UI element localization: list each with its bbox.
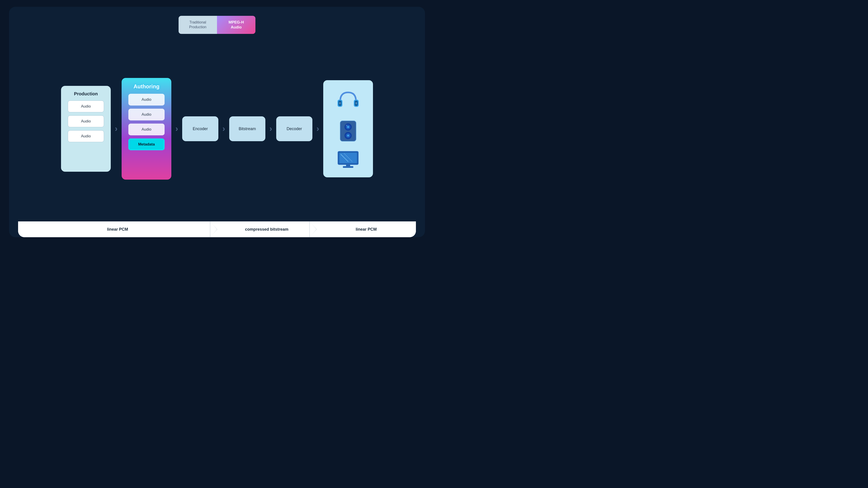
encoder-label: Encoder — [193, 127, 208, 131]
output-box — [323, 80, 373, 177]
bar-linear-pcm-left: linear PCM — [18, 221, 217, 237]
speaker-icon — [338, 120, 358, 142]
toggle-mpegh[interactable]: MPEG-HAudio — [217, 16, 255, 34]
decoder-label: Decoder — [287, 127, 302, 131]
toggle-traditional[interactable]: TraditionalProduction — [179, 16, 217, 34]
decoder-box: Decoder — [276, 116, 312, 141]
linear-pcm-left-label: linear PCM — [107, 227, 128, 232]
svg-point-4 — [339, 102, 341, 104]
bar-linear-pcm-right: linear PCM — [316, 221, 416, 237]
arrow-production-authoring: › — [115, 124, 118, 133]
authoring-title: Authoring — [133, 84, 160, 90]
linear-pcm-right-label: linear PCM — [355, 227, 377, 232]
authoring-audio-3: Audio — [128, 124, 164, 135]
production-audio-2: Audio — [68, 116, 104, 127]
arrow-decoder-output: › — [316, 124, 319, 133]
compressed-bitstream-label: compressed bitstream — [245, 227, 288, 232]
authoring-box: Authoring Audio Audio Audio Metadata — [122, 78, 171, 180]
authoring-audio-2: Audio — [128, 109, 164, 121]
production-audio-3: Audio — [68, 130, 104, 142]
svg-point-13 — [347, 135, 349, 136]
flow-area: Production Audio Audio Audio › Authoring… — [18, 41, 416, 217]
arrow-encoder-bitstream: › — [222, 124, 225, 133]
encoder-box: Encoder — [182, 116, 218, 141]
production-title: Production — [74, 91, 98, 96]
svg-point-10 — [347, 126, 349, 128]
bitstream-box: Bitstream — [229, 116, 266, 141]
toggle-header[interactable]: TraditionalProduction MPEG-HAudio — [179, 16, 255, 34]
svg-point-14 — [346, 125, 347, 126]
bar-compressed-bitstream: compressed bitstream — [217, 221, 316, 237]
authoring-audio-1: Audio — [128, 94, 164, 105]
monitor-icon — [337, 149, 360, 170]
arrow-bitstream-decoder: › — [270, 124, 272, 133]
svg-point-5 — [355, 102, 357, 104]
authoring-metadata: Metadata — [128, 138, 164, 150]
toggle-traditional-label: TraditionalProduction — [189, 20, 207, 30]
arrow-authoring-encoder: › — [176, 124, 178, 133]
headphones-icon — [336, 88, 361, 113]
toggle-mpegh-label: MPEG-HAudio — [228, 20, 244, 30]
bottom-bar: linear PCM compressed bitstream linear P… — [18, 221, 416, 237]
svg-rect-21 — [343, 166, 353, 168]
bitstream-label: Bitstream — [239, 127, 256, 131]
production-box: Production Audio Audio Audio — [61, 86, 111, 172]
production-audio-1: Audio — [68, 101, 104, 112]
main-container: TraditionalProduction MPEG-HAudio Produc… — [9, 7, 425, 237]
